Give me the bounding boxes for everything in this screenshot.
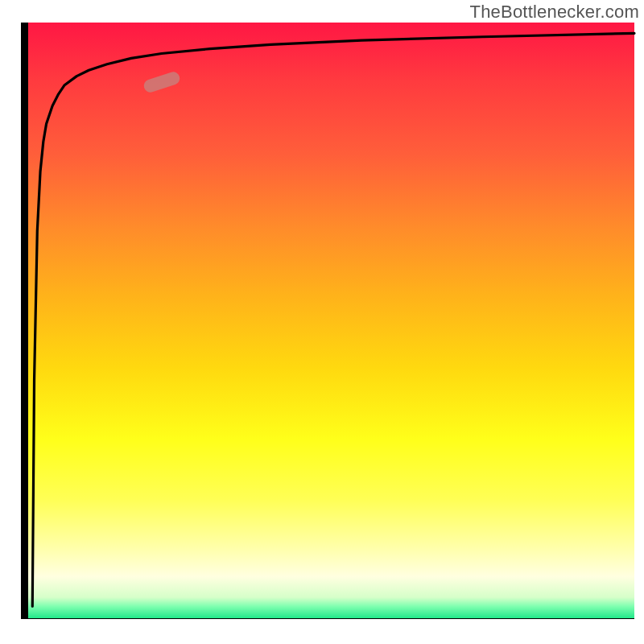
attribution-label: TheBottlenecker.com (470, 2, 639, 23)
bottleneck-curve-path (32, 33, 634, 606)
plot-area (28, 23, 634, 618)
chart-stage: TheBottlenecker.com (0, 0, 644, 644)
axis-y (21, 23, 28, 618)
curve-svg (28, 23, 634, 618)
